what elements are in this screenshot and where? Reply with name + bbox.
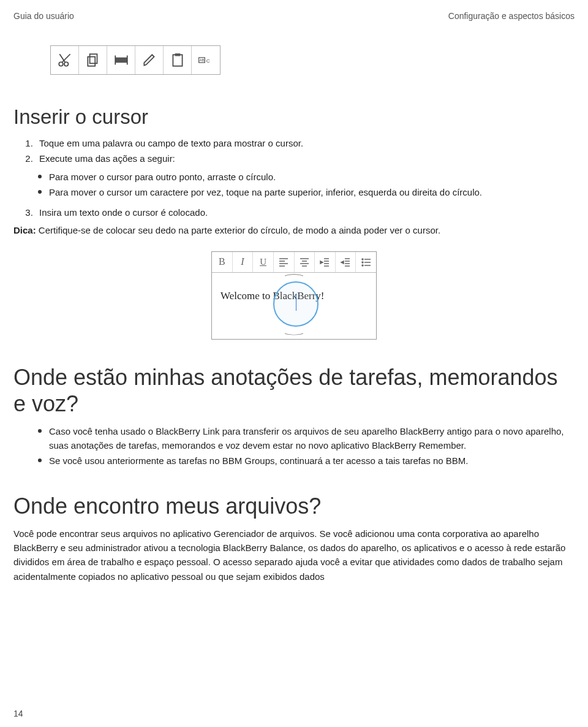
editor-figure: B I U Welcome to BlackBerry! — [211, 251, 377, 340]
svg-rect-6 — [175, 53, 180, 56]
page-number: 14 — [13, 709, 23, 718]
bold-icon[interactable]: B — [212, 252, 233, 272]
header-right: Configuração e aspectos básicos — [448, 11, 575, 21]
align-left-icon[interactable] — [274, 252, 295, 272]
svg-rect-2 — [89, 54, 97, 63]
align-center-icon[interactable] — [295, 252, 315, 272]
svg-rect-5 — [173, 55, 182, 66]
svg-point-10 — [362, 259, 363, 260]
step-2: Execute uma das ações a seguir: — [36, 151, 575, 166]
section2-bullet-1: Caso você tenha usado o BlackBerry Link … — [38, 424, 575, 453]
svg-point-12 — [362, 265, 363, 266]
svg-rect-4 — [115, 58, 127, 63]
spellcheck-icon[interactable]: ABC — [192, 46, 220, 74]
svg-text:AB: AB — [200, 58, 205, 62]
cut-icon[interactable] — [51, 46, 79, 74]
svg-point-1 — [64, 62, 68, 66]
svg-rect-3 — [88, 57, 95, 66]
indent-right-icon[interactable] — [315, 252, 336, 272]
sub-bullet-2: Para mover o cursor um caractere por vez… — [38, 185, 575, 199]
sub-bullet-1: Para mover o cursor para outro ponto, ar… — [38, 170, 575, 184]
cursor-ring[interactable] — [273, 281, 318, 327]
section2-bullet-2: Se você usou anteriormente as tarefas no… — [38, 454, 575, 468]
select-icon[interactable] — [107, 46, 135, 74]
editor-body[interactable]: Welcome to BlackBerry! — [212, 273, 376, 339]
italic-icon[interactable]: I — [233, 252, 254, 272]
section1-title: Inserir o cursor — [13, 105, 575, 129]
edit-icon[interactable] — [135, 46, 164, 74]
step-1: Toque em uma palavra ou campo de texto p… — [36, 136, 575, 150]
step-3: Insira um texto onde o cursor é colocado… — [36, 205, 575, 219]
header-left: Guia do usuário — [13, 11, 74, 21]
paste-icon[interactable] — [164, 46, 192, 74]
indent-left-icon[interactable] — [336, 252, 356, 272]
section2-title: Onde estão minhas anotações de tarefas, … — [13, 364, 575, 417]
underline-icon[interactable]: U — [253, 252, 274, 272]
svg-point-11 — [362, 262, 363, 263]
svg-point-0 — [59, 62, 63, 66]
clipboard-toolbar: ABC — [50, 45, 221, 75]
section3-title: Onde encontro meus arquivos? — [13, 493, 575, 519]
svg-text:C: C — [206, 58, 210, 64]
list-icon[interactable] — [356, 252, 376, 272]
copy-icon[interactable] — [79, 46, 107, 74]
tip-text: Dica: Certifique-se de colocar seu dedo … — [13, 223, 575, 237]
section3-para: Você pode encontrar seus arquivos no apl… — [13, 527, 575, 584]
editor-toolbar: B I U — [212, 252, 376, 273]
